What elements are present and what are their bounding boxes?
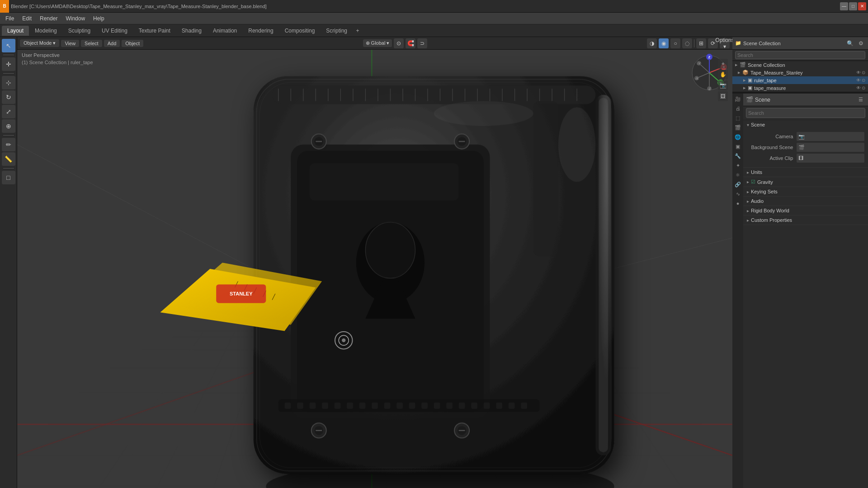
- prop-output-icon[interactable]: 🖨: [733, 104, 742, 113]
- maximize-button[interactable]: □: [849, 2, 857, 10]
- zoom-fit-button[interactable]: ⌖: [718, 59, 728, 69]
- properties-panel-header: 🎬 Scene ☰: [743, 94, 868, 106]
- select-tool[interactable]: ↖: [2, 39, 15, 52]
- 3d-viewport[interactable]: Object Mode ▾ View Select Add Object ⊕ G…: [17, 37, 732, 488]
- rigid-body-title: Rigid Body World: [751, 208, 789, 213]
- tab-layout[interactable]: Layout: [2, 26, 29, 36]
- add-workspace-button[interactable]: +: [353, 26, 362, 35]
- properties-search-input[interactable]: [746, 108, 865, 118]
- scene-section-header[interactable]: ▾ Scene: [743, 120, 868, 129]
- proportional-edit[interactable]: ⊃: [417, 38, 427, 48]
- outliner-scene-root[interactable]: ▸ 🎬 Scene Collection: [732, 61, 868, 69]
- prop-material-icon[interactable]: ●: [733, 199, 742, 208]
- workspace-tabs: Layout Modeling Sculpting UV Editing Tex…: [0, 24, 868, 37]
- viewport-add-menu[interactable]: Add: [104, 40, 120, 47]
- tab-uv-editing[interactable]: UV Editing: [96, 26, 133, 36]
- viewport-shading-wireframe[interactable]: ◌: [682, 38, 692, 48]
- gravity-section-header[interactable]: ▸ ☑ Gravity: [743, 177, 868, 187]
- svg-rect-87: [384, 403, 391, 409]
- scale-tool[interactable]: ⤢: [2, 105, 15, 118]
- outliner-search-input[interactable]: [735, 51, 865, 59]
- audio-section-header[interactable]: ▸ Audio: [743, 197, 868, 206]
- measure-tool[interactable]: 📏: [2, 152, 15, 166]
- viewport-select-menu[interactable]: Select: [81, 40, 102, 47]
- tab-modeling[interactable]: Modeling: [29, 26, 62, 36]
- move-tool[interactable]: ⊹: [2, 76, 15, 89]
- viewport-object-menu[interactable]: Object: [122, 40, 143, 47]
- svg-rect-80: [297, 403, 303, 409]
- minimize-button[interactable]: —: [840, 2, 848, 10]
- camera-view-button[interactable]: 📷: [718, 80, 728, 90]
- rotate-tool[interactable]: ↻: [2, 90, 15, 104]
- prop-constraints-icon[interactable]: 🔗: [733, 180, 742, 189]
- viewport-shading-rendered[interactable]: ○: [670, 38, 680, 48]
- rigid-body-header[interactable]: ▸ Rigid Body World: [743, 206, 868, 215]
- tab-rendering[interactable]: Rendering: [243, 26, 278, 36]
- custom-props-section: ▸ Custom Properties: [743, 216, 868, 225]
- transform-space-dropdown[interactable]: ⊕ Global ▾: [363, 39, 392, 47]
- bg-scene-label: Background Scene: [750, 145, 797, 150]
- camera-value[interactable]: 📷: [797, 132, 864, 141]
- tab-scripting[interactable]: Scripting: [321, 26, 353, 36]
- prop-world-icon[interactable]: 🌐: [733, 132, 742, 141]
- units-section-header[interactable]: ▸ Units: [743, 168, 868, 177]
- keying-sets-title: Keying Sets: [751, 189, 778, 194]
- blender-logo: B: [0, 0, 9, 13]
- outliner-title: 📁: [735, 40, 741, 46]
- viewport-shading-material[interactable]: ◉: [659, 38, 669, 48]
- annotate-tool[interactable]: ✏: [2, 138, 15, 151]
- prop-modifier-icon[interactable]: 🔧: [733, 151, 742, 160]
- prop-scene-icon[interactable]: 🎬: [733, 123, 742, 132]
- tab-compositing[interactable]: Compositing: [279, 26, 321, 36]
- prop-view-layer-icon[interactable]: ⬚: [733, 113, 742, 122]
- viewport-overlays-toggle[interactable]: ⊞: [696, 38, 706, 48]
- outliner-ruler-tape-item[interactable]: ▸ ▣ ruler_tape 👁 ⊙: [732, 76, 868, 84]
- outliner-settings-button[interactable]: ⚙: [856, 39, 865, 48]
- prop-object-icon[interactable]: ▣: [733, 142, 742, 151]
- viewport-mode-dropdown[interactable]: Object Mode ▾: [20, 39, 59, 47]
- tab-animation[interactable]: Animation: [208, 26, 242, 36]
- pan-view-button[interactable]: ✋: [718, 70, 728, 80]
- cursor-tool[interactable]: ✛: [2, 57, 15, 71]
- close-button[interactable]: ✕: [858, 2, 866, 10]
- prop-particles-icon[interactable]: ✦: [733, 161, 742, 170]
- menu-help[interactable]: Help: [90, 14, 108, 23]
- active-clip-value[interactable]: 🎞: [797, 154, 864, 163]
- header-separator: [694, 39, 694, 47]
- viewport-shading-solid[interactable]: ◑: [647, 38, 657, 48]
- svg-text:-Z: -Z: [708, 87, 711, 90]
- outliner-filter-button[interactable]: 🔍: [845, 39, 854, 48]
- units-section-title: Units: [751, 169, 762, 175]
- custom-props-header[interactable]: ▸ Custom Properties: [743, 216, 868, 225]
- keying-sets-header[interactable]: ▸ Keying Sets: [743, 187, 868, 196]
- properties-options-button[interactable]: ☰: [856, 95, 865, 104]
- menu-render[interactable]: Render: [36, 14, 61, 23]
- render-preview-button[interactable]: 🖼: [718, 91, 728, 101]
- options-menu[interactable]: Options ▾: [720, 38, 730, 48]
- bg-scene-value[interactable]: 🎬: [797, 143, 864, 152]
- menu-bar: File Edit Render Window Help: [0, 13, 868, 24]
- prop-physics-icon[interactable]: ⚛: [733, 170, 742, 179]
- svg-rect-82: [322, 403, 328, 409]
- scene-svg: STANLEY: [17, 50, 732, 488]
- svg-point-112: [434, 101, 533, 126]
- viewport-view-menu[interactable]: View: [61, 40, 79, 47]
- menu-window[interactable]: Window: [62, 14, 89, 23]
- svg-rect-91: [434, 403, 440, 409]
- main-area: ↖ ✛ ⊹ ↻ ⤢ ⊕ ✏ 📏 □ Object Mode ▾ View Sel…: [0, 37, 868, 488]
- outliner-tape-measure-mesh-item[interactable]: ▸ ▣ tape_measure 👁 ⊙: [732, 84, 868, 92]
- tab-sculpting[interactable]: Sculpting: [63, 26, 96, 36]
- snapping-toggle[interactable]: 🧲: [406, 38, 415, 48]
- tab-texture-paint[interactable]: Texture Paint: [133, 26, 176, 36]
- prop-render-icon[interactable]: 🎥: [733, 94, 742, 103]
- tab-shading[interactable]: Shading: [176, 26, 207, 36]
- svg-rect-90: [421, 403, 428, 409]
- viewport-canvas[interactable]: STANLEY User Perspective (1) Scene Colle…: [17, 50, 732, 488]
- transform-tool[interactable]: ⊕: [2, 119, 15, 133]
- menu-edit[interactable]: Edit: [19, 14, 35, 23]
- menu-file[interactable]: File: [2, 14, 18, 23]
- outliner-tape-measure-item[interactable]: ▸ 📦 Tape_Measure_Stanley 👁 ⊙: [732, 69, 868, 76]
- add-cube-tool[interactable]: □: [2, 171, 15, 184]
- prop-data-icon[interactable]: ∿: [733, 189, 742, 198]
- pivot-point-dropdown[interactable]: ⊙: [394, 38, 404, 48]
